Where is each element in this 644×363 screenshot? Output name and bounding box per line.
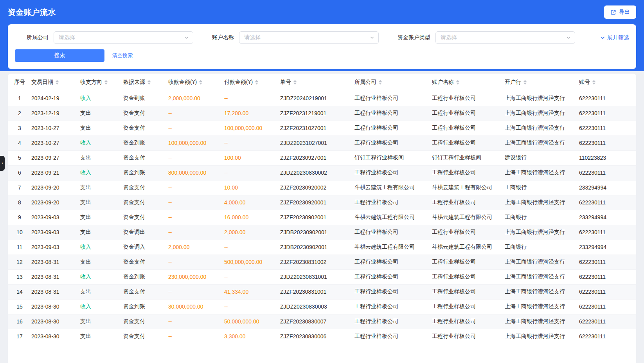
cell-bank: 上海工商银行漕河泾支行 [505, 135, 579, 150]
table-row[interactable]: 162023-08-30支出资金支付--50,000,000.00ZJZF202… [8, 314, 636, 329]
cell-bank: 上海工商银行漕河泾支行 [505, 299, 579, 314]
cell-payment-amount: -- [224, 299, 280, 314]
cell-account-name: 工程行业样板公司 [432, 329, 505, 344]
export-button[interactable]: 导出 [604, 5, 636, 19]
sort-icon[interactable] [56, 80, 59, 85]
table-row[interactable]: 72023-09-20支出资金支付--10.00ZJZF20230920002斗… [8, 180, 636, 195]
cell-index: 9 [8, 210, 31, 225]
table-row[interactable]: 102023-09-03支出资金调出--2,000.00ZJDB20230902… [8, 225, 636, 240]
page-title: 资金账户流水 [8, 7, 56, 18]
table-row[interactable]: 122023-08-31支出资金支付--500,000,000.00ZJZF20… [8, 255, 636, 269]
cell-date: 2023-09-03 [31, 240, 80, 255]
column-header-label: 收支方向 [80, 79, 102, 86]
cell-account-no: 622230111 [579, 195, 636, 210]
account-type-select-value: 请选择 [441, 34, 566, 41]
cell-order-no: ZJZF20231027001 [280, 121, 354, 135]
cell-company: 工程行业样板公司 [354, 255, 432, 269]
column-header-label: 单号 [280, 79, 291, 86]
expand-filter-link[interactable]: 展开筛选 [600, 34, 629, 41]
cell-source: 资金到账 [123, 91, 168, 106]
cell-bank: 上海工商银行漕河泾支行 [505, 106, 579, 121]
sort-icon[interactable] [255, 80, 258, 85]
column-header-10[interactable]: 账号 [579, 74, 636, 91]
table-row[interactable]: 42023-10-27收入资金到账100,000,000.00--ZJDZ202… [8, 135, 636, 150]
table-row[interactable]: 32023-10-27支出资金支付--100,000,000.00ZJZF202… [8, 121, 636, 135]
account-type-select[interactable]: 请选择 [435, 31, 575, 44]
sort-icon[interactable] [456, 80, 459, 85]
table-row[interactable]: 12024-02-19收入资金到账2,000,000.00--ZJDZ20240… [8, 91, 636, 106]
table-row[interactable]: 62023-09-21收入资金到账800,000,000.00--ZJDZ202… [8, 165, 636, 180]
cell-direction: 支出 [80, 329, 123, 344]
column-header-0: 序号 [8, 74, 31, 91]
column-header-label: 付款金额(¥) [224, 79, 253, 86]
cell-company: 工程行业样板公司 [354, 284, 432, 299]
table-row[interactable]: 82023-09-20支出资金支付--4,000.00ZJZF202309200… [8, 195, 636, 210]
cell-payment-amount: 100.00 [224, 150, 280, 165]
table-row[interactable]: 152023-08-30收入资金到账30,000,000.00--ZJDZ202… [8, 299, 636, 314]
cell-account-name: 工程行业样板公司 [432, 299, 505, 314]
column-header-3[interactable]: 数据来源 [123, 74, 168, 91]
column-header-9[interactable]: 开户行 [505, 74, 579, 91]
column-header-1[interactable]: 交易日期 [31, 74, 80, 91]
table-row[interactable]: 172023-08-30支出资金支付--3,300.00ZJZF20230830… [8, 329, 636, 344]
column-header-4[interactable]: 收款金额(¥) [168, 74, 224, 91]
table-row[interactable]: 132023-08-31收入资金到账230,000,000.00--ZJDZ20… [8, 269, 636, 284]
cell-index: 7 [8, 180, 31, 195]
cell-account-name: 工程行业样板公司 [432, 91, 505, 106]
cell-source: 资金到账 [123, 165, 168, 180]
sort-icon[interactable] [148, 80, 151, 85]
column-header-8[interactable]: 账户名称 [432, 74, 505, 91]
clear-search-link[interactable]: 清空搜索 [112, 52, 133, 59]
cell-payment-amount: 50,000,000.00 [224, 314, 280, 329]
cell-company: 工程行业样板公司 [354, 165, 432, 180]
cell-account-no: 622230111 [579, 106, 636, 121]
cell-source: 资金支付 [123, 314, 168, 329]
cell-date: 2023-09-20 [31, 180, 80, 195]
cell-account-no: 233294994 [579, 180, 636, 195]
cell-direction: 支出 [80, 195, 123, 210]
cell-index: 15 [8, 299, 31, 314]
cell-bank: 上海工商银行漕河泾支行 [505, 121, 579, 135]
search-button[interactable]: 搜索 [15, 49, 104, 62]
cell-receipt-amount: -- [168, 329, 224, 344]
sort-icon[interactable] [592, 80, 595, 85]
account-name-select[interactable]: 请选择 [239, 31, 379, 44]
cell-account-name: 工程行业样板公司 [432, 106, 505, 121]
sort-icon[interactable] [293, 80, 297, 85]
table-row[interactable]: 92023-09-03支出资金支付--16,000.00ZJZF20230902… [8, 210, 636, 225]
sidebar-collapse-handle[interactable]: › [0, 156, 5, 171]
sort-icon[interactable] [104, 80, 108, 85]
table-row[interactable]: 142023-08-31支出资金支付--41,334.00ZJZF2023083… [8, 284, 636, 299]
cell-direction: 收入 [80, 299, 123, 314]
column-header-content: 收款金额(¥) [168, 79, 202, 86]
column-header-7[interactable]: 所属公司 [354, 74, 432, 91]
sort-icon[interactable] [199, 80, 202, 85]
cell-bank: 上海工商银行漕河泾支行 [505, 329, 579, 344]
cell-order-no: ZJDZ20231027001 [280, 135, 354, 150]
sort-icon[interactable] [523, 80, 527, 85]
company-select[interactable]: 请选择 [54, 31, 193, 44]
table-row[interactable]: 112023-09-03收入资金调入2,000.00--ZJDB20230902… [8, 240, 636, 255]
filter-group-company: 所属公司 请选择 [15, 31, 193, 44]
cell-payment-amount: -- [224, 91, 280, 106]
cell-account-no: 110223823 [579, 150, 636, 165]
account-name-select-value: 请选择 [244, 34, 370, 41]
chevron-down-icon [566, 35, 571, 40]
table-row[interactable]: 22023-12-19支出资金支付--17,200.00ZJZF20231219… [8, 106, 636, 121]
cell-account-no: 233294994 [579, 240, 636, 255]
column-header-2[interactable]: 收支方向 [80, 74, 123, 91]
cell-account-no: 622230111 [579, 329, 636, 344]
column-header-label: 序号 [14, 79, 25, 86]
cell-order-no: ZJDZ20230830003 [280, 299, 354, 314]
sort-icon[interactable] [379, 80, 382, 85]
filter-group-account-name: 账户名称 请选择 [212, 31, 379, 44]
cell-date: 2023-09-03 [31, 225, 80, 240]
cell-company: 工程行业样板公司 [354, 135, 432, 150]
account-name-filter-label: 账户名称 [212, 34, 234, 41]
column-header-6[interactable]: 单号 [280, 74, 354, 91]
cell-index: 11 [8, 240, 31, 255]
column-header-content: 账号 [579, 79, 595, 86]
table-row[interactable]: 52023-09-27支出资金支付--100.00ZJZF20230927001… [8, 150, 636, 165]
column-header-5[interactable]: 付款金额(¥) [224, 74, 280, 91]
cell-date: 2023-09-20 [31, 195, 80, 210]
